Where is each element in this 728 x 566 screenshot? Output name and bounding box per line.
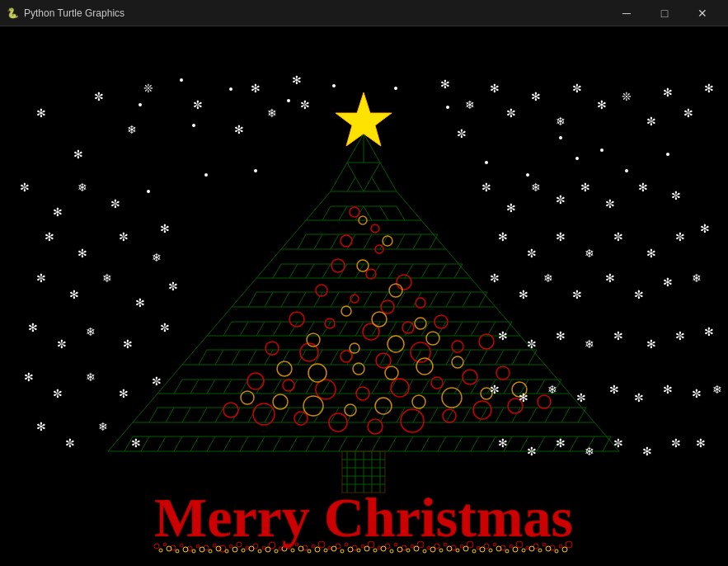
svg-text:✻: ✻: [69, 288, 79, 301]
titlebar-controls: ─ □ ✕: [608, 0, 721, 26]
svg-text:✻: ✻: [498, 329, 508, 342]
minimize-button[interactable]: ─: [608, 0, 646, 26]
svg-text:✻: ✻: [663, 383, 673, 396]
svg-text:✻: ✻: [663, 86, 673, 99]
svg-text:✻: ✻: [704, 82, 714, 95]
svg-point-635: [446, 106, 449, 109]
svg-text:✻: ✻: [292, 73, 302, 87]
svg-text:❄: ❄: [585, 247, 594, 260]
svg-text:✼: ✼: [671, 436, 681, 450]
svg-text:✻: ✻: [597, 98, 607, 111]
svg-text:✻: ✻: [77, 247, 87, 260]
svg-text:❄: ❄: [86, 370, 96, 384]
svg-text:✼: ✼: [675, 329, 685, 342]
maximize-button[interactable]: □: [646, 0, 683, 26]
svg-text:✻: ✻: [580, 181, 590, 194]
close-button[interactable]: ✕: [683, 0, 721, 26]
svg-text:✻: ✻: [609, 383, 619, 396]
svg-text:✼: ✼: [634, 288, 644, 301]
svg-point-640: [180, 78, 183, 82]
svg-text:✼: ✼: [506, 106, 516, 120]
svg-text:✼: ✼: [576, 391, 586, 404]
svg-text:❄: ❄: [152, 251, 162, 264]
svg-text:✼: ✼: [300, 98, 310, 111]
svg-text:✼: ✼: [675, 230, 685, 243]
svg-text:✻: ✻: [135, 296, 145, 309]
svg-text:✼: ✼: [613, 329, 623, 342]
svg-text:✻: ✻: [119, 387, 129, 400]
app-icon: 🐍: [7, 7, 19, 19]
svg-point-645: [485, 161, 488, 164]
svg-text:❄: ❄: [77, 181, 87, 194]
svg-text:✼: ✼: [634, 391, 644, 404]
svg-text:✻: ✻: [700, 222, 710, 235]
svg-point-651: [559, 136, 562, 139]
svg-text:✼: ✼: [53, 387, 63, 400]
titlebar-left: 🐍 Python Turtle Graphics: [7, 7, 124, 19]
svg-text:✼: ✼: [20, 181, 30, 194]
svg-text:✻: ✻: [646, 247, 656, 260]
svg-text:✻: ✻: [24, 370, 34, 384]
svg-text:❄: ❄: [86, 325, 96, 338]
svg-text:❄: ❄: [585, 337, 594, 351]
svg-point-639: [229, 87, 232, 91]
svg-text:✻: ✻: [696, 436, 706, 450]
svg-text:❄: ❄: [543, 271, 553, 285]
svg-text:✼: ✼: [556, 193, 566, 206]
svg-text:✻: ✻: [556, 329, 566, 342]
svg-text:✼: ✼: [527, 247, 537, 260]
svg-text:✻: ✻: [531, 90, 541, 103]
svg-text:✼: ✼: [683, 106, 693, 120]
svg-text:✼: ✼: [160, 321, 170, 334]
svg-text:✼: ✼: [110, 197, 120, 210]
svg-point-644: [147, 190, 150, 193]
svg-text:❄: ❄: [547, 383, 557, 396]
svg-text:✼: ✼: [94, 90, 104, 103]
svg-text:✻: ✻: [36, 106, 46, 120]
svg-point-642: [254, 169, 257, 172]
svg-text:✼: ✼: [36, 271, 46, 285]
svg-text:✼: ✼: [168, 280, 178, 293]
svg-text:✼: ✼: [527, 337, 537, 351]
svg-text:✻: ✻: [160, 222, 170, 235]
svg-text:✼: ✼: [527, 445, 537, 458]
svg-text:✼: ✼: [152, 375, 162, 388]
svg-text:❊: ❊: [622, 90, 632, 103]
svg-text:✻: ✻: [73, 148, 83, 161]
svg-text:✻: ✻: [519, 288, 528, 301]
svg-text:✻: ✻: [642, 445, 652, 458]
svg-text:❄: ❄: [127, 123, 137, 136]
svg-text:✼: ✼: [481, 181, 491, 194]
svg-text:✼: ✼: [692, 387, 702, 400]
svg-text:❄: ❄: [585, 445, 594, 458]
svg-text:❄: ❄: [531, 181, 541, 194]
svg-text:✼: ✼: [119, 230, 129, 243]
svg-text:❄: ❄: [102, 271, 112, 285]
svg-text:✻: ✻: [556, 436, 566, 450]
svg-text:✻: ✻: [36, 420, 46, 433]
svg-text:✻: ✻: [490, 82, 500, 95]
svg-text:✼: ✼: [65, 436, 75, 450]
svg-text:❄: ❄: [267, 106, 277, 120]
svg-text:❊: ❊: [143, 82, 153, 95]
svg-point-636: [394, 87, 397, 90]
svg-text:✻: ✻: [663, 276, 673, 289]
svg-text:❄: ❄: [98, 420, 108, 433]
svg-text:✻: ✻: [53, 205, 63, 219]
svg-text:✻: ✻: [28, 321, 38, 334]
svg-point-650: [192, 124, 195, 127]
svg-text:✼: ✼: [193, 98, 203, 111]
main-canvas: ✻ ✼ ❄ ✻ ❊ ✼ ✻ ✻ ❄ ✻ ✼ ✻ ❄ ✼ ✻ ✼ ✻ ❄ ✼ ✻ …: [0, 26, 728, 566]
svg-point-641: [139, 103, 142, 106]
svg-point-646: [526, 173, 529, 177]
svg-text:✼: ✼: [671, 189, 681, 202]
svg-text:✼: ✼: [490, 271, 500, 285]
svg-text:✼: ✼: [457, 127, 467, 140]
svg-text:✻: ✻: [131, 436, 141, 450]
svg-text:❄: ❄: [692, 271, 702, 285]
svg-point-652: [600, 149, 604, 152]
svg-text:❄: ❄: [556, 115, 566, 128]
svg-text:✻: ✻: [638, 181, 648, 194]
svg-text:✻: ✻: [498, 436, 508, 450]
svg-point-638: [287, 99, 290, 102]
